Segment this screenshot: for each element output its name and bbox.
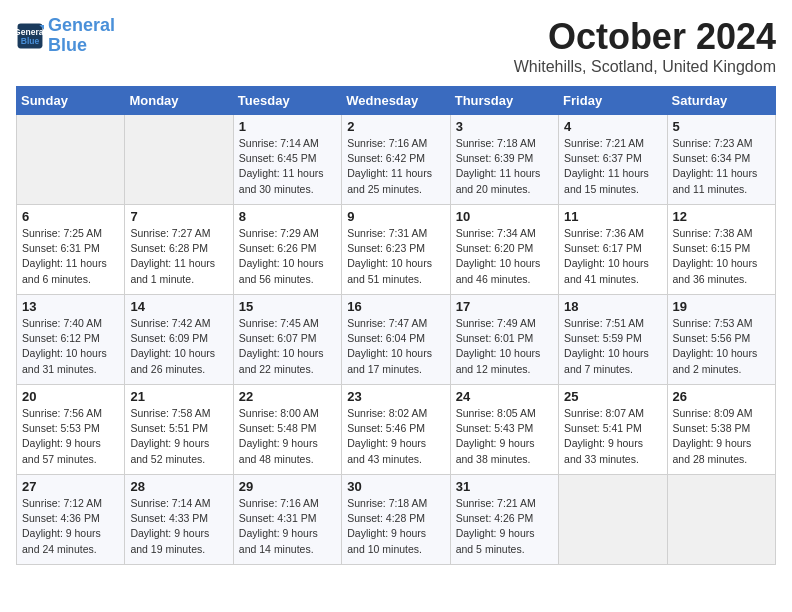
calendar-cell: 7Sunrise: 7:27 AMSunset: 6:28 PMDaylight… bbox=[125, 205, 233, 295]
day-number: 5 bbox=[673, 119, 770, 134]
day-info: Sunrise: 7:14 AMSunset: 6:45 PMDaylight:… bbox=[239, 136, 336, 197]
calendar-cell bbox=[17, 115, 125, 205]
calendar-cell: 13Sunrise: 7:40 AMSunset: 6:12 PMDayligh… bbox=[17, 295, 125, 385]
calendar-cell: 9Sunrise: 7:31 AMSunset: 6:23 PMDaylight… bbox=[342, 205, 450, 295]
calendar-cell: 14Sunrise: 7:42 AMSunset: 6:09 PMDayligh… bbox=[125, 295, 233, 385]
calendar-cell: 29Sunrise: 7:16 AMSunset: 4:31 PMDayligh… bbox=[233, 475, 341, 565]
calendar-cell: 15Sunrise: 7:45 AMSunset: 6:07 PMDayligh… bbox=[233, 295, 341, 385]
calendar-cell: 31Sunrise: 7:21 AMSunset: 4:26 PMDayligh… bbox=[450, 475, 558, 565]
calendar-cell: 23Sunrise: 8:02 AMSunset: 5:46 PMDayligh… bbox=[342, 385, 450, 475]
calendar-table: SundayMondayTuesdayWednesdayThursdayFrid… bbox=[16, 86, 776, 565]
day-number: 3 bbox=[456, 119, 553, 134]
day-number: 31 bbox=[456, 479, 553, 494]
day-number: 7 bbox=[130, 209, 227, 224]
calendar-cell: 8Sunrise: 7:29 AMSunset: 6:26 PMDaylight… bbox=[233, 205, 341, 295]
day-info: Sunrise: 7:21 AMSunset: 6:37 PMDaylight:… bbox=[564, 136, 661, 197]
day-info: Sunrise: 7:18 AMSunset: 4:28 PMDaylight:… bbox=[347, 496, 444, 557]
calendar-cell: 27Sunrise: 7:12 AMSunset: 4:36 PMDayligh… bbox=[17, 475, 125, 565]
col-header-monday: Monday bbox=[125, 87, 233, 115]
location-subtitle: Whitehills, Scotland, United Kingdom bbox=[514, 58, 776, 76]
calendar-cell: 1Sunrise: 7:14 AMSunset: 6:45 PMDaylight… bbox=[233, 115, 341, 205]
day-info: Sunrise: 7:36 AMSunset: 6:17 PMDaylight:… bbox=[564, 226, 661, 287]
day-number: 2 bbox=[347, 119, 444, 134]
day-number: 13 bbox=[22, 299, 119, 314]
day-number: 20 bbox=[22, 389, 119, 404]
day-number: 27 bbox=[22, 479, 119, 494]
calendar-cell: 19Sunrise: 7:53 AMSunset: 5:56 PMDayligh… bbox=[667, 295, 775, 385]
title-area: October 2024 Whitehills, Scotland, Unite… bbox=[514, 16, 776, 76]
day-number: 10 bbox=[456, 209, 553, 224]
day-number: 28 bbox=[130, 479, 227, 494]
calendar-week-row: 1Sunrise: 7:14 AMSunset: 6:45 PMDaylight… bbox=[17, 115, 776, 205]
day-info: Sunrise: 7:56 AMSunset: 5:53 PMDaylight:… bbox=[22, 406, 119, 467]
col-header-thursday: Thursday bbox=[450, 87, 558, 115]
calendar-cell: 4Sunrise: 7:21 AMSunset: 6:37 PMDaylight… bbox=[559, 115, 667, 205]
col-header-tuesday: Tuesday bbox=[233, 87, 341, 115]
calendar-cell: 17Sunrise: 7:49 AMSunset: 6:01 PMDayligh… bbox=[450, 295, 558, 385]
col-header-saturday: Saturday bbox=[667, 87, 775, 115]
col-header-sunday: Sunday bbox=[17, 87, 125, 115]
day-number: 15 bbox=[239, 299, 336, 314]
col-header-wednesday: Wednesday bbox=[342, 87, 450, 115]
day-number: 17 bbox=[456, 299, 553, 314]
day-number: 6 bbox=[22, 209, 119, 224]
page-header: General Blue General Blue October 2024 W… bbox=[16, 16, 776, 76]
day-info: Sunrise: 7:27 AMSunset: 6:28 PMDaylight:… bbox=[130, 226, 227, 287]
calendar-cell bbox=[559, 475, 667, 565]
calendar-header-row: SundayMondayTuesdayWednesdayThursdayFrid… bbox=[17, 87, 776, 115]
day-number: 16 bbox=[347, 299, 444, 314]
day-number: 8 bbox=[239, 209, 336, 224]
day-number: 12 bbox=[673, 209, 770, 224]
day-info: Sunrise: 7:16 AMSunset: 6:42 PMDaylight:… bbox=[347, 136, 444, 197]
day-number: 21 bbox=[130, 389, 227, 404]
svg-text:Blue: Blue bbox=[21, 36, 40, 46]
calendar-week-row: 6Sunrise: 7:25 AMSunset: 6:31 PMDaylight… bbox=[17, 205, 776, 295]
calendar-cell bbox=[667, 475, 775, 565]
day-info: Sunrise: 7:23 AMSunset: 6:34 PMDaylight:… bbox=[673, 136, 770, 197]
day-info: Sunrise: 7:29 AMSunset: 6:26 PMDaylight:… bbox=[239, 226, 336, 287]
day-info: Sunrise: 7:34 AMSunset: 6:20 PMDaylight:… bbox=[456, 226, 553, 287]
day-number: 30 bbox=[347, 479, 444, 494]
day-number: 25 bbox=[564, 389, 661, 404]
calendar-cell: 10Sunrise: 7:34 AMSunset: 6:20 PMDayligh… bbox=[450, 205, 558, 295]
day-info: Sunrise: 7:31 AMSunset: 6:23 PMDaylight:… bbox=[347, 226, 444, 287]
logo-icon: General Blue bbox=[16, 22, 44, 50]
day-number: 14 bbox=[130, 299, 227, 314]
day-info: Sunrise: 8:00 AMSunset: 5:48 PMDaylight:… bbox=[239, 406, 336, 467]
month-title: October 2024 bbox=[514, 16, 776, 58]
day-info: Sunrise: 7:58 AMSunset: 5:51 PMDaylight:… bbox=[130, 406, 227, 467]
day-info: Sunrise: 7:47 AMSunset: 6:04 PMDaylight:… bbox=[347, 316, 444, 377]
col-header-friday: Friday bbox=[559, 87, 667, 115]
calendar-cell: 28Sunrise: 7:14 AMSunset: 4:33 PMDayligh… bbox=[125, 475, 233, 565]
calendar-cell: 21Sunrise: 7:58 AMSunset: 5:51 PMDayligh… bbox=[125, 385, 233, 475]
logo: General Blue General Blue bbox=[16, 16, 115, 56]
calendar-cell: 26Sunrise: 8:09 AMSunset: 5:38 PMDayligh… bbox=[667, 385, 775, 475]
day-number: 23 bbox=[347, 389, 444, 404]
calendar-cell: 11Sunrise: 7:36 AMSunset: 6:17 PMDayligh… bbox=[559, 205, 667, 295]
day-info: Sunrise: 7:16 AMSunset: 4:31 PMDaylight:… bbox=[239, 496, 336, 557]
day-info: Sunrise: 7:40 AMSunset: 6:12 PMDaylight:… bbox=[22, 316, 119, 377]
day-info: Sunrise: 7:51 AMSunset: 5:59 PMDaylight:… bbox=[564, 316, 661, 377]
calendar-cell: 12Sunrise: 7:38 AMSunset: 6:15 PMDayligh… bbox=[667, 205, 775, 295]
logo-text: General Blue bbox=[48, 16, 115, 56]
day-info: Sunrise: 7:18 AMSunset: 6:39 PMDaylight:… bbox=[456, 136, 553, 197]
day-info: Sunrise: 8:05 AMSunset: 5:43 PMDaylight:… bbox=[456, 406, 553, 467]
day-info: Sunrise: 7:21 AMSunset: 4:26 PMDaylight:… bbox=[456, 496, 553, 557]
day-number: 1 bbox=[239, 119, 336, 134]
day-number: 4 bbox=[564, 119, 661, 134]
calendar-week-row: 13Sunrise: 7:40 AMSunset: 6:12 PMDayligh… bbox=[17, 295, 776, 385]
day-info: Sunrise: 8:07 AMSunset: 5:41 PMDaylight:… bbox=[564, 406, 661, 467]
day-info: Sunrise: 7:49 AMSunset: 6:01 PMDaylight:… bbox=[456, 316, 553, 377]
day-number: 19 bbox=[673, 299, 770, 314]
day-number: 9 bbox=[347, 209, 444, 224]
calendar-cell: 5Sunrise: 7:23 AMSunset: 6:34 PMDaylight… bbox=[667, 115, 775, 205]
calendar-cell: 18Sunrise: 7:51 AMSunset: 5:59 PMDayligh… bbox=[559, 295, 667, 385]
calendar-cell: 30Sunrise: 7:18 AMSunset: 4:28 PMDayligh… bbox=[342, 475, 450, 565]
day-info: Sunrise: 7:25 AMSunset: 6:31 PMDaylight:… bbox=[22, 226, 119, 287]
calendar-cell: 25Sunrise: 8:07 AMSunset: 5:41 PMDayligh… bbox=[559, 385, 667, 475]
day-info: Sunrise: 7:53 AMSunset: 5:56 PMDaylight:… bbox=[673, 316, 770, 377]
day-number: 26 bbox=[673, 389, 770, 404]
day-number: 29 bbox=[239, 479, 336, 494]
day-number: 11 bbox=[564, 209, 661, 224]
day-info: Sunrise: 7:12 AMSunset: 4:36 PMDaylight:… bbox=[22, 496, 119, 557]
